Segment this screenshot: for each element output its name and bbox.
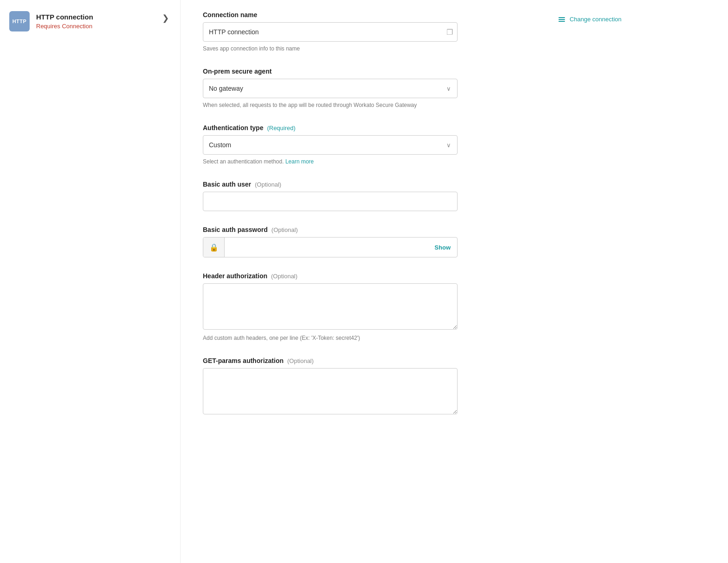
show-password-button[interactable]: Show <box>428 238 457 257</box>
basic-auth-user-group: Basic auth user (Optional) <box>203 181 621 211</box>
auth-type-label: Authentication type (Required) <box>203 124 621 131</box>
chevron-button[interactable]: ❯ <box>160 11 171 25</box>
connection-name-group: Connection name ❐ Saves app connection i… <box>203 11 621 53</box>
header-auth-optional-tag: (Optional) <box>271 273 297 280</box>
get-params-auth-optional-tag: (Optional) <box>287 357 314 364</box>
get-params-auth-group: GET-params authorization (Optional) <box>203 357 621 416</box>
lock-icon: 🔒 <box>203 238 225 257</box>
password-field-wrapper: 🔒 Show <box>203 237 458 257</box>
on-prem-agent-group: On-prem secure agent No gateway When sel… <box>203 68 621 109</box>
get-params-auth-label: GET-params authorization (Optional) <box>203 357 621 364</box>
header-auth-label: Header authorization (Optional) <box>203 272 621 280</box>
header-auth-group: Header authorization (Optional) Add cust… <box>203 272 621 342</box>
on-prem-hint: When selected, all requests to the app w… <box>203 101 621 109</box>
menu-icon <box>559 17 565 22</box>
badge-text: HTTP <box>13 19 27 24</box>
auth-type-group: Authentication type (Required) Custom Ba… <box>203 124 621 166</box>
auth-type-select-wrapper: Custom Basic Header OAuth 2.0 None <box>203 135 458 155</box>
connection-name-hint: Saves app connection info to this name <box>203 44 536 53</box>
connection-info: HTTP connection Requires Connection <box>36 11 93 30</box>
auth-type-required-tag: (Required) <box>267 125 295 131</box>
connection-name-input[interactable] <box>203 22 458 42</box>
copy-icon: ❐ <box>446 28 453 37</box>
connection-status: Requires Connection <box>36 23 93 30</box>
on-prem-select[interactable]: No gateway <box>203 79 458 98</box>
change-connection-label: Change connection <box>570 16 621 23</box>
header-auth-textarea[interactable] <box>203 283 458 330</box>
auth-type-select[interactable]: Custom Basic Header OAuth 2.0 None <box>203 135 458 155</box>
basic-auth-password-label: Basic auth password (Optional) <box>203 226 621 233</box>
main-content: Connection name ❐ Saves app connection i… <box>181 0 644 563</box>
http-badge: HTTP <box>9 11 30 31</box>
on-prem-label: On-prem secure agent <box>203 68 621 75</box>
connection-name-label: Connection name <box>203 11 536 19</box>
left-panel: HTTP HTTP connection Requires Connection… <box>0 0 181 563</box>
basic-auth-password-input[interactable] <box>225 238 428 257</box>
basic-auth-password-group: Basic auth password (Optional) 🔒 Show <box>203 226 621 257</box>
basic-auth-password-optional-tag: (Optional) <box>271 226 298 233</box>
header-auth-hint: Add custom auth headers, one per line (E… <box>203 334 621 342</box>
basic-auth-user-optional-tag: (Optional) <box>255 181 281 188</box>
auth-type-learn-more-link[interactable]: Learn more <box>285 158 314 165</box>
connection-title: HTTP connection <box>36 13 93 21</box>
change-connection-link[interactable]: Change connection <box>559 16 621 23</box>
on-prem-select-wrapper: No gateway <box>203 79 458 98</box>
auth-type-hint: Select an authentication method. Learn m… <box>203 157 621 166</box>
basic-auth-user-input[interactable] <box>203 192 458 211</box>
basic-auth-user-label: Basic auth user (Optional) <box>203 181 621 188</box>
get-params-auth-textarea[interactable] <box>203 368 458 414</box>
